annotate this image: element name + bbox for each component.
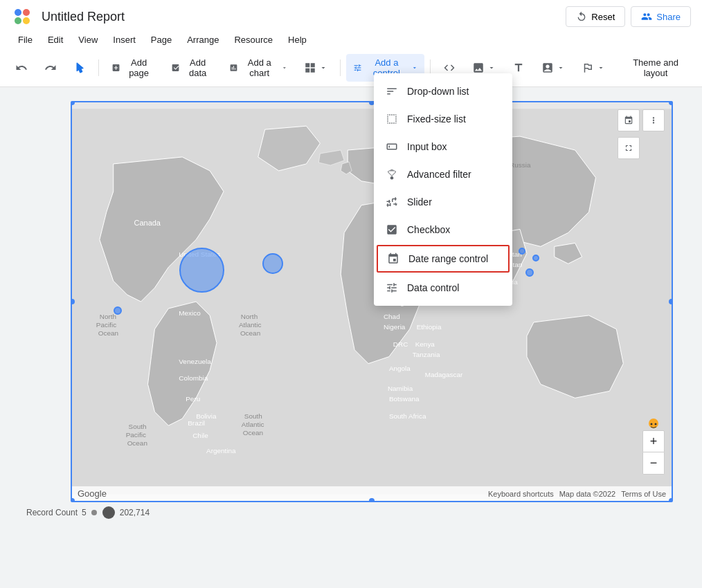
shape-button[interactable] [575, 58, 612, 77]
svg-text:Peru: Peru [186, 395, 200, 403]
dropdown-item-slider[interactable]: Slider [374, 188, 512, 216]
handle-mr[interactable] [669, 299, 673, 304]
record-total-value: 202,714 [120, 508, 150, 517]
small-dot-icon [91, 509, 98, 516]
input-box-icon [385, 140, 399, 154]
svg-text:Kenya: Kenya [415, 340, 435, 348]
select-button[interactable] [66, 58, 93, 77]
zoom-out-button[interactable]: − [642, 452, 665, 475]
dropdown-item-date-range[interactable]: Date range control [377, 245, 510, 273]
line-button[interactable] [534, 58, 572, 77]
menu-insert[interactable]: Insert [106, 32, 143, 48]
canvas-area: Canada United States Mexico Venezuela Co… [0, 87, 702, 588]
record-count-label: Record Count [26, 508, 78, 517]
layout-button[interactable] [297, 58, 334, 77]
line-chevron [557, 64, 565, 72]
menu-resource[interactable]: Resource [227, 32, 280, 48]
shape-chevron [597, 64, 605, 72]
checkbox-icon [385, 223, 399, 237]
svg-text:Pacific: Pacific [96, 321, 116, 329]
menu-view[interactable]: View [71, 32, 105, 48]
svg-text:Russia: Russia [510, 161, 531, 169]
menu-edit[interactable]: Edit [41, 32, 70, 48]
svg-point-0 [15, 9, 21, 16]
divider-2 [340, 59, 341, 76]
svg-text:Ocean: Ocean [98, 329, 118, 337]
handle-bm[interactable] [369, 498, 375, 502]
svg-text:Mexico: Mexico [179, 309, 201, 317]
keyboard-shortcuts-link[interactable]: Keyboard shortcuts [488, 490, 554, 498]
app-logo [11, 6, 33, 28]
record-bar: Record Count 5 202,714 [26, 506, 150, 520]
map-container[interactable]: Canada United States Mexico Venezuela Co… [71, 101, 673, 502]
image-chevron [487, 64, 496, 72]
svg-text:Nigeria: Nigeria [384, 323, 406, 331]
svg-point-47 [651, 423, 653, 425]
slider-icon [385, 195, 399, 209]
svg-text:South: South [129, 423, 147, 430]
slider-label: Slider [407, 196, 432, 208]
menu-help[interactable]: Help [281, 32, 314, 48]
svg-point-3 [23, 17, 30, 24]
share-label: Share [656, 12, 681, 22]
map-footer-right: Keyboard shortcuts Map data ©2022 Terms … [488, 490, 666, 498]
bubble-pacific[interactable] [114, 306, 122, 315]
svg-point-49 [91, 510, 97, 515]
dropdown-item-input-box[interactable]: Input box [374, 133, 512, 160]
fullscreen-button[interactable] [618, 137, 640, 159]
data-control-label: Data control [407, 282, 459, 293]
menu-arrange[interactable]: Arrange [180, 32, 226, 48]
add-control-chevron [411, 64, 418, 72]
redo-button[interactable] [37, 58, 64, 77]
svg-text:Ocean: Ocean [243, 429, 263, 437]
header-actions: Reset Share [566, 6, 691, 27]
add-chart-button[interactable]: Add a chart [222, 54, 295, 82]
menu-page[interactable]: Page [144, 32, 179, 48]
svg-text:Chad: Chad [384, 313, 400, 320]
dropdown-item-dropdown-list[interactable]: Drop-down list [374, 77, 512, 105]
add-data-button[interactable]: Add data [164, 54, 219, 82]
dropdown-item-checkbox[interactable]: Checkbox [374, 216, 512, 244]
world-map: Canada United States Mexico Venezuela Co… [72, 102, 672, 501]
menu-file[interactable]: File [11, 32, 39, 48]
google-logo: Google [78, 488, 107, 499]
menu-bar: File Edit View Insert Page Arrange Resou… [0, 30, 702, 49]
undo-button[interactable] [8, 58, 35, 77]
svg-text:South: South [244, 412, 262, 420]
bubble-asia-1[interactable] [519, 248, 525, 255]
svg-text:Canada: Canada [134, 219, 161, 228]
svg-text:Atlantic: Atlantic [239, 321, 262, 329]
add-page-label: Add page [123, 57, 154, 78]
bubble-usa-large[interactable] [179, 248, 224, 293]
handle-tr[interactable] [669, 101, 673, 105]
bubble-asia-2[interactable] [532, 255, 539, 261]
pin-button[interactable] [618, 109, 640, 131]
dropdown-item-fixed-size-list[interactable]: Fixed-size list [374, 105, 512, 133]
svg-point-51 [390, 176, 394, 180]
share-button[interactable]: Share [631, 6, 691, 27]
date-range-label: Date range control [408, 253, 488, 264]
add-chart-chevron [281, 64, 288, 72]
reset-button[interactable]: Reset [566, 6, 625, 27]
dropdown-item-advanced-filter[interactable]: Advanced filter [374, 160, 512, 188]
add-page-button[interactable]: Add page [105, 54, 161, 82]
handle-br[interactable] [669, 498, 673, 502]
theme-layout-button[interactable]: Theme and layout [618, 53, 694, 82]
svg-text:South Africa: South Africa [389, 412, 426, 420]
checkbox-label: Checkbox [407, 224, 450, 235]
bubble-usa-med[interactable] [262, 253, 283, 274]
handle-bl[interactable] [71, 498, 75, 502]
svg-text:Ocean: Ocean [127, 439, 147, 447]
report-title: Untitled Report [42, 10, 125, 24]
more-button[interactable] [642, 109, 665, 131]
zoom-in-button[interactable]: + [642, 430, 665, 452]
svg-point-46 [649, 419, 658, 428]
svg-text:Madagascar: Madagascar [425, 371, 463, 378]
svg-text:North: North [100, 313, 116, 320]
record-count-value: 5 [82, 508, 87, 517]
advanced-filter-label: Advanced filter [407, 169, 471, 180]
dropdown-item-data-control[interactable]: Data control [374, 274, 512, 302]
bubble-asia-3[interactable] [525, 268, 534, 277]
terms-link[interactable]: Terms of Use [621, 490, 666, 498]
svg-text:Angola: Angola [389, 365, 411, 372]
